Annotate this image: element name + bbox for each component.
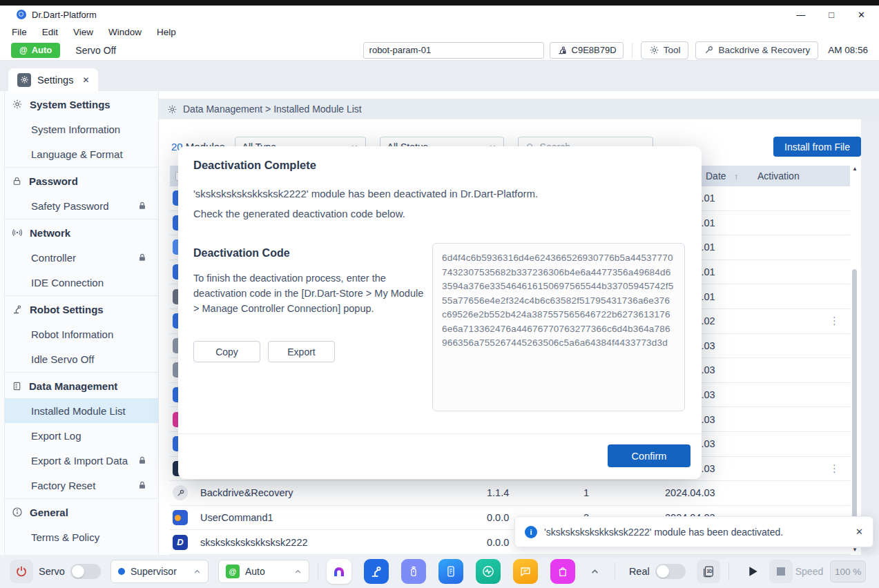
sidebar-item-factory-reset[interactable]: Factory Reset	[5, 473, 158, 498]
breadcrumb-gear-icon	[167, 104, 177, 115]
copy-button[interactable]: Copy	[193, 341, 260, 362]
speed-value[interactable]: 100 %	[830, 560, 866, 582]
remote-control-icon[interactable]	[401, 559, 426, 584]
data-icon	[12, 381, 22, 391]
speed-label: Speed	[795, 566, 823, 577]
dart-home-icon[interactable]	[327, 559, 351, 584]
code-line: 7432307535682b337236306b4e6a4477356a4968…	[442, 266, 675, 280]
stop-button[interactable]	[769, 560, 793, 583]
sidebar-item-controller[interactable]: Controller	[5, 245, 158, 270]
module-name: skskskskskskksksk2222	[200, 537, 308, 548]
message-icon[interactable]	[513, 559, 538, 584]
sidebar-section-password[interactable]: Password	[5, 168, 158, 193]
maximize-button[interactable]: □	[829, 10, 834, 19]
scroll-down-icon[interactable]: ▼	[851, 547, 858, 553]
dialog-divider	[178, 433, 702, 434]
toast-close-icon[interactable]: ✕	[856, 527, 863, 537]
install-from-file-button[interactable]: Install from File	[773, 137, 861, 157]
deactivation-code-box[interactable]: 6d4f4c6b5936316d4e624366526930776b5a4453…	[432, 243, 685, 411]
sidebar-section-system-settings[interactable]: System Settings	[5, 92, 158, 117]
sidebar-section-robot-settings[interactable]: Robot Settings	[5, 297, 158, 322]
sidebar-item-export-log[interactable]: Export Log	[5, 423, 158, 448]
export-button[interactable]: Export	[268, 341, 335, 362]
row-menu-button[interactable]: ⋮	[829, 315, 840, 327]
titlebar: Dr.Dart-Platform — □ ✕	[0, 6, 879, 23]
chevron-up-icon	[294, 568, 302, 576]
svg-text:3D: 3D	[706, 569, 713, 574]
settings-gear-icon	[17, 73, 31, 87]
chevron-up-icon	[193, 568, 201, 576]
code-line: c69526e2b552b424a387557565646722b6273613…	[442, 308, 675, 322]
tool-button[interactable]: Tool	[641, 41, 689, 59]
menu-help[interactable]: Help	[149, 27, 184, 37]
dialog-message-line1: 'skskskskskskksksk2222' module has been …	[193, 188, 538, 199]
robot-icon	[12, 304, 23, 315]
row-menu-button[interactable]: ⋮	[829, 462, 840, 475]
network-icon	[12, 227, 23, 238]
sidebar-item-safety-password[interactable]: Safety Password	[5, 193, 158, 218]
sidebar-section-network[interactable]: Network	[5, 220, 158, 245]
deactivation-complete-dialog: Deactivation Complete 'skskskskskskksksk…	[178, 146, 702, 479]
info-icon	[12, 507, 23, 518]
menu-file[interactable]: File	[4, 27, 35, 37]
store-icon[interactable]	[550, 559, 575, 584]
menu-edit[interactable]: Edit	[35, 27, 66, 37]
info-icon: i	[525, 526, 537, 538]
gear-icon	[12, 99, 23, 110]
code-line: 3594a376e335464616150697565544b337059457…	[442, 280, 675, 294]
sidebar-section-data-management[interactable]: Data Management	[5, 373, 158, 398]
tab-close-icon[interactable]: ✕	[82, 75, 89, 85]
dart-module-icon: D	[173, 535, 188, 550]
menu-window[interactable]: Window	[101, 27, 149, 37]
main-toolbar: @Auto Servo Off C9E8B79D Tool Backdrive …	[0, 40, 879, 61]
sidebar-item-ide-connection[interactable]: IDE Connection	[5, 270, 158, 295]
task-writer-icon[interactable]	[438, 559, 463, 584]
robot-id-button[interactable]: C9E8B79D	[550, 42, 624, 59]
sidebar-item-system-information[interactable]: System Information	[5, 117, 158, 141]
sidebar-item-export-import-data[interactable]: Export & Import Data	[5, 448, 158, 473]
close-button[interactable]: ✕	[858, 10, 865, 19]
sidebar-item-robot-information[interactable]: Robot Information	[5, 322, 158, 346]
menu-view[interactable]: View	[66, 27, 101, 37]
sidebar-section-general[interactable]: General	[5, 500, 158, 525]
collapse-dock-icon[interactable]	[590, 567, 599, 576]
module-name: UserCommand1	[200, 512, 273, 523]
dialog-message-line2: Check the generated deactivation code be…	[193, 208, 405, 219]
monitoring-icon[interactable]	[476, 559, 501, 584]
play-button[interactable]	[744, 562, 762, 580]
table-row[interactable]: Backdrive&Recovery1.1.412024.04.03	[170, 481, 850, 506]
sidebar-item-idle-servo-off[interactable]: Idle Servo Off	[5, 346, 158, 371]
code-line: 6e6a713362476a44676770763277366c6d4b364a…	[442, 322, 675, 337]
mode-dropdown[interactable]: @ Auto	[218, 560, 309, 583]
toast-message: 'skskskskskskksksk2222' module has been …	[544, 527, 783, 538]
window-top-strip	[0, 0, 879, 6]
robot-param-input[interactable]	[363, 42, 544, 59]
real-mode-toggle[interactable]	[655, 564, 686, 579]
app-window: Dr.Dart-Platform — □ ✕ FileEditViewWindo…	[0, 0, 879, 588]
robot-settings-icon[interactable]	[364, 559, 389, 584]
real-mode-label: Real	[629, 566, 650, 577]
code-line: 6d4f4c6b5936316d4e624366526930776b5a4453…	[442, 251, 675, 266]
lock-icon	[12, 176, 22, 186]
servo-toggle[interactable]	[70, 564, 101, 579]
sort-asc-icon[interactable]: ↑	[734, 171, 739, 182]
3d-viewer-button[interactable]: 3D	[697, 560, 720, 583]
user-role-dropdown[interactable]: Supervisor	[110, 560, 209, 583]
stop-icon	[777, 567, 785, 576]
gear-icon	[649, 45, 659, 55]
column-date[interactable]: Date	[706, 170, 726, 182]
scrollbar-thumb[interactable]	[852, 269, 857, 542]
tab-settings[interactable]: Settings ✕	[8, 68, 98, 91]
confirm-button[interactable]: Confirm	[608, 444, 690, 467]
sidebar-item-terms-policy[interactable]: Terms & Policy	[5, 525, 158, 549]
sidebar-item-language-format[interactable]: Language & Format	[5, 141, 158, 166]
backdrive-recovery-button[interactable]: Backdrive & Recovery	[695, 41, 818, 59]
scroll-up-icon[interactable]: ▲	[851, 166, 858, 173]
sidebar-item-installed-module-list[interactable]: Installed Module List	[5, 398, 158, 423]
panel-edge	[861, 119, 879, 555]
module-version: 1.1.4	[487, 487, 509, 498]
minimize-button[interactable]: —	[796, 10, 805, 19]
auto-mode-badge[interactable]: @Auto	[11, 43, 60, 58]
power-button[interactable]	[10, 560, 33, 583]
table-scrollbar[interactable]: ▲ ▼	[851, 166, 858, 553]
